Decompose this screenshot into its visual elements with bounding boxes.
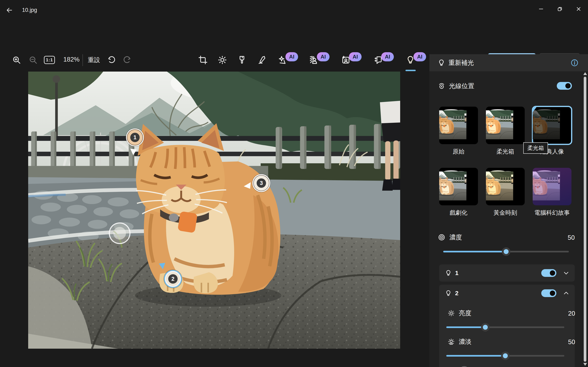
zoom-in-button[interactable] (10, 53, 23, 67)
chevron-up-icon[interactable] (562, 290, 570, 297)
color-swatch-partial[interactable] (459, 366, 470, 367)
light-2-toggle[interactable] (541, 289, 556, 297)
tooltip: 柔光箱 (523, 142, 548, 154)
intensity-row: 濃度 (438, 231, 462, 243)
light-2-label: 2 (455, 290, 458, 297)
light-position-toggle[interactable] (557, 82, 572, 90)
photos-editor-window: 10.jpg 1:1 182% 重設 (0, 0, 588, 367)
panel-title: 重新補光 (449, 58, 474, 67)
window-controls (532, 0, 588, 18)
light-2-row[interactable]: 2 (439, 285, 575, 302)
preset-label: 戲劇化 (435, 209, 482, 217)
restore-button[interactable] (550, 0, 569, 18)
toolbar-divider (82, 54, 83, 66)
brightness-slider[interactable] (446, 326, 564, 328)
shade-label: 濃淡 (459, 337, 471, 346)
shade-slider[interactable] (446, 355, 564, 357)
brightness-value: 20 (559, 310, 575, 317)
tool-adjustment[interactable] (216, 53, 229, 67)
scroll-down-arrow[interactable] (583, 363, 587, 366)
light-1-row[interactable]: 1 (439, 264, 575, 282)
intensity-slider-knob[interactable] (502, 247, 510, 256)
light-point-3-number: 3 (257, 178, 266, 188)
shade-slider-knob[interactable] (501, 351, 510, 360)
light-point-3[interactable]: 3 (252, 174, 270, 192)
scrollbar-thumb[interactable] (584, 77, 586, 362)
preset-label: 黃金時刻 (482, 209, 529, 217)
light-1-card: 1 (439, 264, 575, 282)
lightbulb-icon (445, 290, 452, 297)
light-1-toggle[interactable] (541, 269, 556, 277)
photo-canvas[interactable]: 1 3 2 (28, 72, 400, 349)
cat-photo (28, 72, 400, 349)
light-point-ghost[interactable] (109, 222, 130, 244)
pen-icon (258, 55, 267, 65)
intensity-value: 50 (558, 234, 575, 242)
file-title: 10.jpg (22, 7, 37, 13)
shade-icon (448, 338, 455, 345)
preset-classic-portrait-selected[interactable] (533, 107, 571, 144)
light-point-ghost-core (113, 227, 126, 240)
zoom-level: 182% (61, 56, 82, 63)
preset-softbox[interactable] (486, 107, 525, 144)
brightness-row: 亮度 (448, 308, 471, 319)
ai-badge: AI (317, 52, 329, 61)
brightness-icon (218, 55, 227, 65)
relight-panel: 重新補光 光線位置 原始 柔光箱 經典人像 (429, 54, 588, 367)
preset-original[interactable] (439, 107, 478, 144)
preset-label: 柔光箱 (482, 148, 529, 156)
close-button[interactable] (569, 0, 588, 18)
minimize-button[interactable] (532, 0, 550, 18)
light-point-1-number: 1 (130, 133, 140, 142)
chevron-down-icon[interactable] (562, 269, 570, 277)
zoom-out-button[interactable] (26, 53, 40, 67)
light-position-icon (438, 82, 445, 90)
ai-badge: AI (349, 52, 362, 61)
info-button[interactable] (571, 59, 579, 68)
active-tool-underline (406, 70, 416, 71)
preset-cyberpunk[interactable] (533, 168, 571, 205)
preset-dramatic[interactable] (439, 168, 478, 205)
brightness-slider-knob[interactable] (481, 323, 490, 332)
undo-button[interactable] (105, 53, 118, 67)
light-2-card: 2 亮度 20 濃淡 50 (439, 285, 575, 367)
zoom-out-icon (29, 55, 38, 64)
preset-golden-hour[interactable] (486, 168, 525, 205)
scroll-up-arrow[interactable] (583, 72, 587, 75)
preset-color-overlay (533, 168, 571, 205)
info-icon (571, 59, 579, 67)
light-point-2-selected[interactable]: 2 (164, 270, 182, 288)
restore-icon (557, 6, 563, 12)
lightbulb-icon (445, 269, 452, 276)
intensity-slider[interactable] (443, 251, 569, 252)
light-1-label: 1 (455, 269, 458, 276)
close-icon (576, 6, 582, 12)
light-point-2-number: 2 (168, 274, 178, 284)
light-position-label: 光線位置 (449, 82, 474, 90)
tool-crop[interactable] (196, 53, 209, 67)
ai-badge: AI (381, 52, 394, 61)
minimize-icon (538, 6, 544, 12)
zoom-in-icon (12, 55, 21, 64)
tool-filter[interactable] (235, 53, 249, 67)
panel-scrollbar (583, 72, 587, 367)
intensity-label: 濃度 (449, 233, 462, 242)
tool-markup[interactable] (256, 53, 269, 67)
redo-icon (122, 55, 131, 64)
intensity-icon (438, 234, 445, 241)
preset-label: 電腦科幻故事 (528, 209, 576, 217)
actual-size-button[interactable]: 1:1 (44, 54, 55, 66)
toolbar: 1:1 182% 重設 AI AI (0, 25, 588, 47)
check-icon (533, 107, 552, 122)
paintbrush-icon (237, 55, 247, 65)
light-point-1[interactable]: 1 (126, 128, 144, 146)
reset-button[interactable]: 重設 (86, 56, 102, 64)
back-button[interactable] (4, 5, 14, 15)
crop-icon (198, 55, 208, 65)
back-arrow-icon (6, 7, 13, 14)
brightness-icon (448, 310, 455, 317)
redo-button[interactable] (121, 53, 134, 67)
titlebar: 10.jpg (0, 0, 588, 20)
panel-header: 重新補光 (429, 54, 588, 71)
ai-badge: AI (285, 52, 298, 61)
